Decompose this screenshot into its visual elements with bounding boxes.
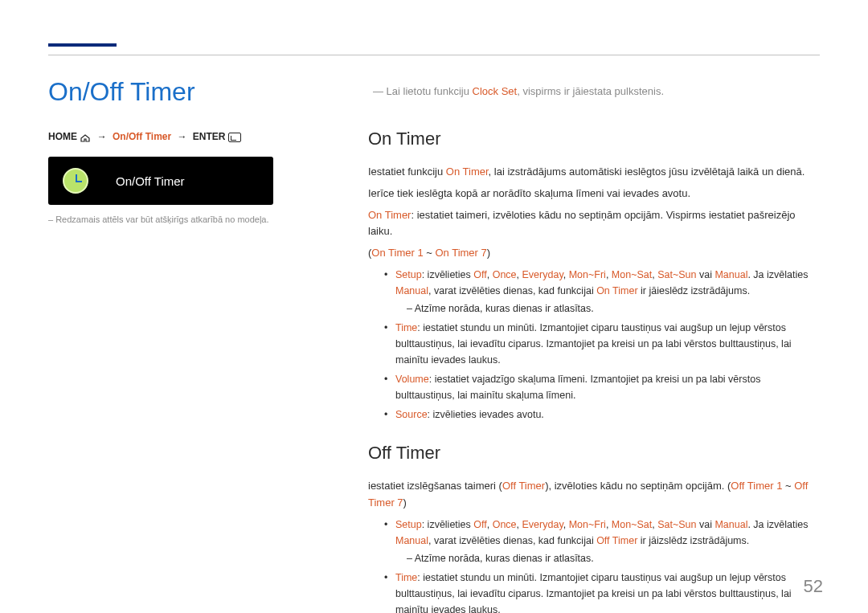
opt: Manual xyxy=(714,519,747,530)
text: . Ja izvēlaties xyxy=(747,519,808,530)
breadcrumb-enter: ENTER xyxy=(193,131,226,142)
sub-note: Atzīme norāda, kuras dienas ir atlasītas… xyxy=(407,550,818,566)
label: Time xyxy=(395,322,417,333)
text-accent: On Timer xyxy=(596,285,637,296)
text: : iestatiet vajadzīgo skaļuma līmeni. Iz… xyxy=(395,374,760,401)
opt: Manual xyxy=(395,285,428,296)
list-item: Time: iestatiet stundu un minūti. Izmant… xyxy=(384,570,818,613)
on-timer-range: ((On Timer 1 ~ On Timer 7)On Timer 1 ~ O… xyxy=(368,245,818,262)
opt: Mon~Fri xyxy=(569,519,606,530)
accent-bar xyxy=(48,43,117,47)
sub-note: Atzīme norāda, kuras dienas ir atlasītas… xyxy=(407,300,818,317)
note-prefix: ― Lai lietotu funkciju xyxy=(373,85,473,97)
text-accent: Off Timer 1 xyxy=(731,480,782,492)
text: iestatiet izslēgšanas taimeri ( xyxy=(368,480,502,492)
text-accent: Off Timer xyxy=(596,535,637,546)
label: Time xyxy=(395,572,417,583)
card-label: On/Off Timer xyxy=(116,174,185,188)
range-text: On Timer 1 xyxy=(371,247,423,259)
list-item: Volume: iestatiet vajadzīgo skaļuma līme… xyxy=(384,371,818,403)
text: ~ xyxy=(782,480,794,492)
text: , lai izstrādājums automātiski ieslēgtos… xyxy=(489,166,805,178)
right-column: ― Lai lietotu funkciju Clock Set, vispir… xyxy=(368,80,818,613)
text: ) xyxy=(403,497,407,509)
label: Setup xyxy=(395,269,422,280)
text: vai xyxy=(696,269,714,280)
page-number: 52 xyxy=(804,576,823,597)
text: : iestatiet stundu un minūti. Izmantojie… xyxy=(395,322,792,366)
left-note: – Redzamais attēls var būt atšķirīgs atk… xyxy=(48,215,321,224)
enter-icon xyxy=(228,133,241,142)
breadcrumb-home: HOME xyxy=(48,131,77,142)
text: : izvēlieties xyxy=(422,269,474,280)
opt: Manual xyxy=(714,269,747,280)
opt: Everyday xyxy=(522,269,563,280)
on-timer-bullets: Setup: izvēlieties Off, Once, Everyday, … xyxy=(384,267,818,423)
opt: Mon~Sat xyxy=(612,269,652,280)
text: ir jāizslēdz izstrādājums. xyxy=(637,535,749,546)
text-accent: Off Timer xyxy=(502,480,545,492)
off-timer-p1: iestatiet izslēgšanas taimeri (Off Timer… xyxy=(368,478,818,512)
label: Source xyxy=(395,409,428,420)
divider xyxy=(48,55,820,55)
opt: Off xyxy=(473,519,486,530)
text: , varat izvēlēties dienas, kad funkcijai xyxy=(428,535,596,546)
opt: Off xyxy=(473,269,486,280)
text: ir jāieslēdz izstrādājums. xyxy=(638,285,751,296)
timer-card: On/Off Timer xyxy=(48,157,273,205)
note-accent: Clock Set xyxy=(473,85,518,97)
opt: Sat~Sun xyxy=(657,269,696,280)
on-timer-p1: Iestatiet funkciju On Timer, lai izstrād… xyxy=(368,164,818,181)
breadcrumb-path: On/Off Timer xyxy=(113,131,171,142)
off-timer-bullets: Setup: izvēlieties Off, Once, Everyday, … xyxy=(384,517,818,613)
arrow-icon: → xyxy=(94,131,110,142)
clock-icon xyxy=(63,168,88,194)
text: vai xyxy=(696,519,714,530)
opt: Manual xyxy=(395,535,428,546)
top-note: ― Lai lietotu funkciju Clock Set, vispir… xyxy=(368,80,818,104)
text: : izvēlieties xyxy=(422,519,474,530)
on-timer-p2: Ierīce tiek ieslēgta kopā ar norādīto sk… xyxy=(368,186,818,202)
range-text: On Timer 7 xyxy=(435,247,486,259)
list-item: Source: izvēlieties ievades avotu. xyxy=(384,407,818,423)
opt: Mon~Sat xyxy=(612,519,652,530)
on-timer-p3: On Timer: iestatiet taimeri, izvēloties … xyxy=(368,207,818,241)
home-icon xyxy=(80,133,91,141)
arrow-icon: → xyxy=(174,131,190,142)
on-timer-heading: On Timer xyxy=(368,125,818,153)
text: . Ja izvēlaties xyxy=(747,269,808,280)
text: : iestatiet taimeri, izvēloties kādu no … xyxy=(368,209,796,238)
off-timer-heading: Off Timer xyxy=(368,439,818,467)
opt: Once xyxy=(493,269,517,280)
text: Iestatiet funkciju xyxy=(368,166,446,178)
page-title: On/Off Timer xyxy=(48,77,321,107)
label: Setup xyxy=(395,519,422,530)
list-item: Setup: izvēlieties Off, Once, Everyday, … xyxy=(384,517,818,566)
breadcrumb: HOME → On/Off Timer → ENTER xyxy=(48,131,321,142)
opt: Sat~Sun xyxy=(657,519,696,530)
opt: Everyday xyxy=(522,519,563,530)
text: : izvēlieties ievades avotu. xyxy=(428,409,544,420)
opt: Once xyxy=(493,519,517,530)
label: Volume xyxy=(395,374,429,385)
text-accent: On Timer xyxy=(446,166,489,178)
text: , varat izvēlēties dienas, kad funkcijai xyxy=(428,285,596,296)
list-item: Time: iestatiet stundu un minūti. Izmant… xyxy=(384,320,818,368)
list-item: Setup: izvēlieties Off, Once, Everyday, … xyxy=(384,267,818,317)
opt: Mon~Fri xyxy=(569,269,606,280)
left-column: On/Off Timer HOME → On/Off Timer → ENTER… xyxy=(48,77,321,224)
text-accent: On Timer xyxy=(368,209,411,221)
text: : iestatiet stundu un minūti. Izmantojie… xyxy=(395,572,792,613)
text: ), izvēloties kādu no septiņām opcijām. … xyxy=(545,480,731,492)
note-suffix: , vispirms ir jāiestata pulkstenis. xyxy=(517,85,664,97)
